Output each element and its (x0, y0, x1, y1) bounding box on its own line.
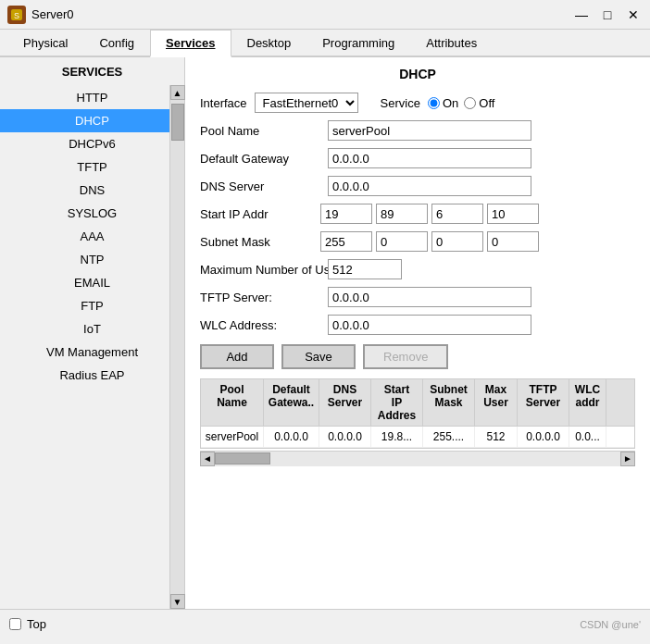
top-checkbox-label[interactable]: Top (9, 617, 46, 631)
dns-server-input[interactable] (328, 176, 531, 196)
remove-button[interactable]: Remove (363, 344, 448, 369)
minimize-button[interactable]: — (572, 6, 591, 24)
scroll-up-button[interactable]: ▲ (170, 85, 185, 100)
tftp-input[interactable] (328, 287, 531, 307)
cell-pool-name: serverPool (201, 427, 264, 447)
subnet-field-3[interactable] (431, 231, 483, 252)
window-controls: — □ ✕ (572, 6, 643, 24)
pool-name-row: Pool Name (200, 120, 635, 141)
sidebar-item-email[interactable]: EMAIL (0, 271, 184, 294)
subnet-field-1[interactable] (320, 231, 372, 252)
tab-programming[interactable]: Programming (306, 30, 410, 57)
interface-select[interactable]: FastEthernet0 (255, 93, 358, 113)
action-buttons: Add Save Remove (200, 344, 635, 369)
cell-start-ip: 19.8... (371, 427, 423, 447)
default-gateway-row: Default Gateway (200, 148, 635, 168)
sidebar: SERVICES HTTP DHCP DHCPv6 TFTP DNS SYSLO… (0, 57, 185, 609)
service-off-option[interactable]: Off (464, 96, 494, 110)
tab-physical[interactable]: Physical (7, 30, 83, 57)
scroll-right-button[interactable]: ► (620, 452, 635, 466)
tab-attributes[interactable]: Attributes (410, 30, 493, 57)
start-ip-field-1[interactable] (320, 204, 372, 224)
col-tftp-server: TFTPServer (518, 379, 569, 426)
dhcp-panel: DHCP Interface FastEthernet0 Service On … (185, 57, 650, 609)
app-icon: S (7, 6, 26, 24)
sidebar-item-dhcp[interactable]: DHCP (0, 109, 184, 132)
table-row[interactable]: serverPool 0.0.0.0 0.0.0.0 19.8... 255..… (201, 427, 634, 448)
sidebar-item-syslog[interactable]: SYSLOG (0, 202, 184, 225)
start-ip-row: Start IP Addr (200, 204, 635, 224)
max-users-input[interactable] (328, 259, 402, 279)
sidebar-item-aaa[interactable]: AAA (0, 225, 184, 248)
max-users-label: Maximum Number of Users : (200, 263, 320, 277)
cell-subnet-mask: 255.... (423, 427, 475, 447)
window-title: Server0 (31, 7, 572, 21)
watermark: CSDN @une' (580, 619, 641, 630)
sidebar-item-http[interactable]: HTTP (0, 86, 184, 109)
service-on-radio[interactable] (428, 97, 440, 109)
sidebar-list: HTTP DHCP DHCPv6 TFTP DNS SYSLOG AAA NTP… (0, 86, 184, 609)
horizontal-scrollbar: ◄ ► (200, 451, 635, 465)
title-bar: S Server0 — □ ✕ (0, 0, 650, 30)
default-gateway-label: Default Gateway (200, 152, 320, 166)
wlc-label: WLC Address: (200, 318, 320, 332)
close-button[interactable]: ✕ (624, 6, 643, 24)
sidebar-item-ftp[interactable]: FTP (0, 294, 184, 317)
sidebar-header: SERVICES (0, 57, 184, 86)
service-on-option[interactable]: On (428, 96, 458, 110)
interface-row: Interface FastEthernet0 Service On Off (200, 93, 635, 113)
col-default-gateway: DefaultGatewa.. (264, 379, 319, 426)
start-ip-label: Start IP Addr (200, 207, 320, 221)
cell-tftp-server: 0.0.0.0 (518, 427, 569, 447)
dns-server-row: DNS Server (200, 176, 635, 196)
interface-label: Interface (200, 96, 247, 110)
sidebar-scrollbar: ▲ ▼ (169, 85, 184, 609)
col-dns-server: DNSServer (319, 379, 371, 426)
scroll-thumb-h[interactable] (215, 452, 270, 464)
default-gateway-input[interactable] (328, 148, 531, 168)
tab-desktop[interactable]: Desktop (231, 30, 307, 57)
top-label: Top (27, 617, 46, 631)
start-ip-field-3[interactable] (431, 204, 483, 224)
sidebar-item-iot[interactable]: IoT (0, 317, 184, 341)
service-off-radio[interactable] (464, 97, 476, 109)
sidebar-item-dhcpv6[interactable]: DHCPv6 (0, 132, 184, 155)
top-checkbox[interactable] (9, 618, 21, 630)
tftp-label: TFTP Server: (200, 291, 320, 304)
scroll-thumb[interactable] (171, 104, 184, 141)
service-label: Service (381, 96, 420, 110)
subnet-mask-row: Subnet Mask (200, 231, 635, 252)
sidebar-item-vm-management[interactable]: VM Management (0, 341, 184, 364)
subnet-field-4[interactable] (487, 231, 539, 252)
scroll-track[interactable] (215, 452, 620, 466)
save-button[interactable]: Save (281, 344, 356, 369)
panel-title: DHCP (200, 67, 635, 81)
start-ip-fields (320, 204, 539, 224)
dns-server-label: DNS Server (200, 180, 320, 193)
tftp-row: TFTP Server: (200, 287, 635, 307)
bottom-bar: Top CSDN @une' (0, 609, 650, 638)
pool-name-input[interactable] (328, 120, 531, 141)
service-radio-group: On Off (428, 96, 494, 110)
tab-services[interactable]: Services (150, 30, 231, 57)
start-ip-field-4[interactable] (487, 204, 539, 224)
scroll-left-button[interactable]: ◄ (200, 452, 215, 466)
maximize-button[interactable]: □ (598, 6, 617, 24)
cell-wlc-addr: 0.0... (569, 427, 606, 447)
sidebar-item-ntp[interactable]: NTP (0, 248, 184, 271)
subnet-mask-label: Subnet Mask (200, 235, 320, 249)
col-pool-name: PoolName (201, 379, 264, 426)
subnet-field-2[interactable] (376, 231, 428, 252)
tab-config[interactable]: Config (83, 30, 150, 57)
cell-max-user: 512 (475, 427, 518, 447)
wlc-row: WLC Address: (200, 315, 635, 335)
add-button[interactable]: Add (200, 344, 274, 369)
pool-name-label: Pool Name (200, 124, 320, 138)
sidebar-item-dns[interactable]: DNS (0, 179, 184, 202)
scroll-down-button[interactable]: ▼ (170, 594, 185, 609)
sidebar-item-tftp[interactable]: TFTP (0, 155, 184, 179)
start-ip-field-2[interactable] (376, 204, 428, 224)
col-max-user: MaxUser (475, 379, 518, 426)
sidebar-item-radius-eap[interactable]: Radius EAP (0, 364, 184, 387)
wlc-input[interactable] (328, 315, 531, 335)
